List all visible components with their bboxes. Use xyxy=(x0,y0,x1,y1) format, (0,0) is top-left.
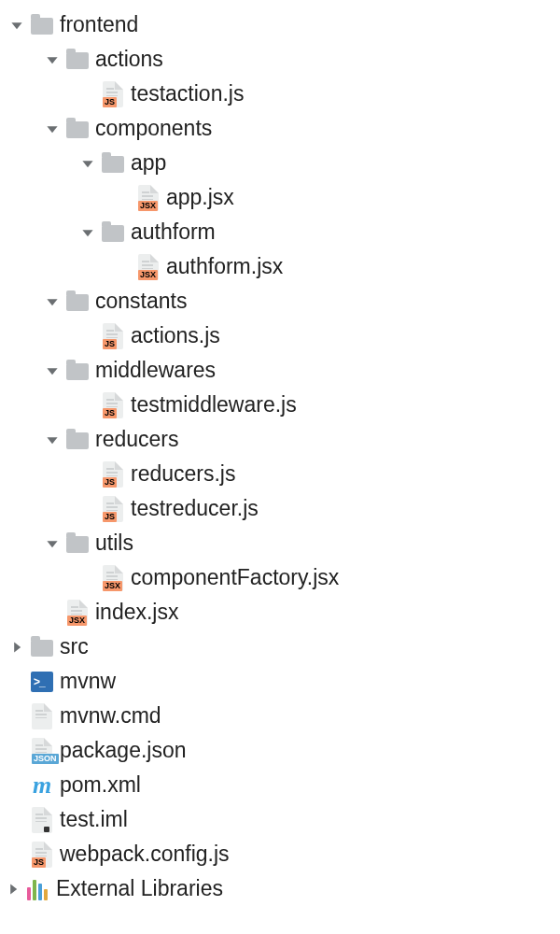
disclosure-triangle-closed-icon[interactable] xyxy=(4,880,22,899)
tree-row[interactable]: pom.xml xyxy=(4,768,556,802)
tree-row[interactable]: JSXcomponentFactory.jsx xyxy=(4,560,556,595)
tree-row[interactable]: JSXapp.jsx xyxy=(4,180,556,215)
disclosure-triangle-open-icon[interactable] xyxy=(43,292,62,311)
iml-file-icon xyxy=(30,806,54,834)
disclosure-triangle-open-icon[interactable] xyxy=(7,16,26,35)
tree-item-label: actions.js xyxy=(131,323,220,348)
maven-icon xyxy=(30,771,54,800)
jsx-file-icon: JSX xyxy=(65,599,90,627)
tree-row[interactable]: constants xyxy=(4,284,556,318)
tree-item-label: actions xyxy=(95,47,163,72)
tree-item-label: constants xyxy=(95,289,187,314)
shell-script-icon xyxy=(30,668,54,696)
tree-row[interactable]: middlewares xyxy=(4,353,556,388)
tree-row[interactable]: frontend xyxy=(4,7,556,42)
tree-row[interactable]: utils xyxy=(4,526,556,560)
tree-item-label: webpack.config.js xyxy=(60,842,230,867)
text-file-icon xyxy=(30,702,54,730)
folder-icon xyxy=(65,288,90,316)
tree-item-label: test.iml xyxy=(60,807,128,832)
tree-item-label: frontend xyxy=(60,12,138,37)
tree-row[interactable]: JStestaction.js xyxy=(4,77,556,111)
tree-item-label: pom.xml xyxy=(60,772,141,798)
tree-row[interactable]: JSXauthform.jsx xyxy=(4,249,556,284)
disclosure-triangle-open-icon[interactable] xyxy=(43,50,62,69)
js-file-icon: JS xyxy=(101,495,125,523)
tree-row[interactable]: test.iml xyxy=(4,802,556,837)
js-file-icon: JS xyxy=(101,460,125,488)
tree-row[interactable]: JSXindex.jsx xyxy=(4,595,556,630)
tree-row[interactable]: JStestmiddleware.js xyxy=(4,388,556,422)
folder-icon xyxy=(65,115,90,143)
folder-icon xyxy=(65,426,90,454)
tree-row[interactable]: reducers xyxy=(4,422,556,457)
disclosure-triangle-open-icon[interactable] xyxy=(43,120,62,138)
tree-item-label: authform xyxy=(131,219,216,245)
tree-item-label: testreducer.js xyxy=(131,496,259,521)
disclosure-triangle-open-icon[interactable] xyxy=(43,431,62,449)
tree-item-label: authform.jsx xyxy=(166,254,283,279)
tree-item-label: components xyxy=(95,116,212,141)
tree-row[interactable]: JSactions.js xyxy=(4,318,556,353)
disclosure-triangle-open-icon[interactable] xyxy=(78,223,97,242)
tree-row[interactable]: actions xyxy=(4,42,556,77)
tree-item-label: src xyxy=(60,634,89,659)
tree-item-label: app.jsx xyxy=(166,185,234,210)
folder-icon xyxy=(30,633,54,661)
tree-row[interactable]: app xyxy=(4,146,556,180)
folder-icon xyxy=(65,46,90,74)
tree-item-label: componentFactory.jsx xyxy=(131,565,339,590)
tree-item-label: mvnw xyxy=(60,669,116,694)
js-file-icon: JS xyxy=(101,80,125,108)
jsx-file-icon: JSX xyxy=(136,184,161,212)
tree-row[interactable]: External Libraries xyxy=(4,871,556,906)
tree-item-label: reducers xyxy=(95,427,178,452)
folder-icon xyxy=(65,530,90,558)
js-file-icon: JS xyxy=(30,841,54,869)
tree-item-label: reducers.js xyxy=(131,461,235,487)
folder-icon xyxy=(30,11,54,39)
jsx-file-icon: JSX xyxy=(101,564,125,592)
library-icon xyxy=(26,875,50,903)
tree-row[interactable]: mvnw xyxy=(4,664,556,699)
tree-item-label: utils xyxy=(95,531,133,556)
folder-icon xyxy=(65,357,90,385)
disclosure-triangle-open-icon[interactable] xyxy=(43,361,62,380)
disclosure-triangle-closed-icon[interactable] xyxy=(7,638,26,657)
folder-icon xyxy=(101,149,125,177)
tree-row[interactable]: mvnw.cmd xyxy=(4,699,556,733)
project-tree: frontendactionsJStestaction.jscomponents… xyxy=(0,0,560,913)
tree-item-label: testmiddleware.js xyxy=(131,392,297,417)
js-file-icon: JS xyxy=(101,322,125,350)
jsx-file-icon: JSX xyxy=(136,253,161,281)
tree-row[interactable]: JSONpackage.json xyxy=(4,733,556,768)
tree-item-label: External Libraries xyxy=(56,876,223,901)
tree-item-label: middlewares xyxy=(95,358,216,383)
tree-row[interactable]: JSwebpack.config.js xyxy=(4,837,556,871)
tree-item-label: mvnw.cmd xyxy=(60,703,161,729)
js-file-icon: JS xyxy=(101,391,125,419)
tree-row[interactable]: components xyxy=(4,111,556,146)
tree-item-label: app xyxy=(131,150,166,176)
folder-icon xyxy=(101,219,125,247)
tree-item-label: testaction.js xyxy=(131,81,244,106)
tree-row[interactable]: JStestreducer.js xyxy=(4,491,556,526)
tree-row[interactable]: JSreducers.js xyxy=(4,457,556,491)
tree-row[interactable]: authform xyxy=(4,215,556,249)
tree-item-label: package.json xyxy=(60,738,187,763)
disclosure-triangle-open-icon[interactable] xyxy=(43,534,62,553)
disclosure-triangle-open-icon[interactable] xyxy=(78,154,97,173)
json-file-icon: JSON xyxy=(30,737,54,765)
tree-item-label: index.jsx xyxy=(95,600,178,625)
tree-row[interactable]: src xyxy=(4,630,556,664)
